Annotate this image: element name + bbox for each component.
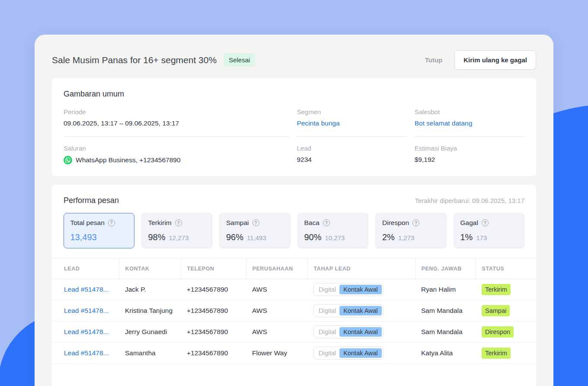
lead-stage-group: DigitalKontak Awal	[313, 283, 383, 296]
cell-status: Terkirim	[476, 279, 536, 300]
status-badge: Selesai	[224, 53, 255, 67]
cell-lead: Lead #51478...	[52, 322, 119, 343]
column-header-perusahaan: PERUSAHAAN	[246, 258, 307, 279]
cell-telepon: +1234567890	[181, 300, 246, 322]
pipeline-label: Digital	[315, 285, 339, 294]
leads-table: LEADKONTAKTELEPONPERUSAHAANTAHAP LEADPEN…	[52, 258, 536, 364]
cell-perusahaan: Flower Way	[246, 343, 307, 364]
help-icon[interactable]: ?	[108, 219, 115, 226]
table-row: Lead #51478...Samantha+1234567890Flower …	[52, 343, 536, 364]
tile-value-row: 1%173	[460, 232, 518, 242]
field-value-salesbot[interactable]: Bot selamat datang	[415, 119, 524, 127]
field-value-text: WhatsApp Business, +1234567890	[76, 156, 181, 164]
lead-link[interactable]: Lead #51478...	[64, 307, 109, 314]
cell-status: Sampai	[476, 300, 536, 322]
field-value-text: 9234	[297, 156, 311, 164]
stage-chip: Kontak Awal	[339, 285, 382, 294]
tile-value: 13,493	[70, 232, 97, 242]
tile-value-row: 96%11,493	[226, 232, 284, 242]
help-icon[interactable]: ?	[175, 219, 182, 226]
cell-peng-jawab: Katya Alita	[415, 343, 476, 364]
tile-value-row: 13,493	[70, 232, 128, 242]
last-updated-text: Terakhir diperbarui: 09.06.2025, 13:17	[415, 197, 524, 204]
tile-percent: 1%	[460, 232, 473, 242]
stat-tile-terkirim[interactable]: Terkirim?98%12,273	[141, 213, 213, 248]
lead-link[interactable]: Lead #51478...	[64, 349, 109, 357]
column-header-telepon: TELEPON	[181, 258, 246, 279]
help-icon[interactable]: ?	[412, 219, 419, 226]
overview-field-salesbot: SalesbotBot selamat datang	[415, 100, 524, 137]
page-title: Sale Musim Panas for 16+ segment 30%	[52, 55, 217, 65]
field-value-segmen[interactable]: Pecinta bunga	[297, 119, 407, 127]
tile-label: Sampai	[226, 219, 249, 227]
help-icon[interactable]: ?	[323, 219, 330, 226]
table-row: Lead #51478...Jerry Gunaedi+1234567890AW…	[52, 322, 536, 343]
column-header-status: STATUS	[476, 258, 536, 279]
overview-field-periode: Periode09.06.2025, 13:17 – 09.06.2025, 1…	[64, 100, 290, 137]
field-label-periode: Periode	[64, 108, 290, 116]
field-label-saluran: Saluran	[64, 145, 290, 152]
stat-tiles: Total pesan?13,493Terkirim?98%12,273Samp…	[64, 213, 524, 248]
tile-label-row: Gagal?	[460, 219, 518, 227]
whatsapp-icon	[64, 156, 72, 164]
tile-value-row: 90%10,273	[304, 232, 362, 242]
lead-stage-group: DigitalKontak Awal	[313, 325, 383, 338]
field-value-estimasi-biaya: $9,192	[415, 156, 524, 164]
tile-percent: 2%	[382, 232, 395, 242]
status-chip-terkirim: Terkirim	[482, 284, 511, 295]
cell-perusahaan: AWS	[246, 300, 307, 322]
campaign-report-panel: Sale Musim Panas for 16+ segment 30% Sel…	[35, 35, 553, 386]
tile-count: 12,273	[169, 234, 189, 241]
tile-label: Baca	[304, 219, 320, 227]
pipeline-label: Digital	[315, 348, 339, 358]
close-link[interactable]: Tutup	[425, 56, 443, 64]
performance-title: Performa pesan	[64, 196, 119, 205]
field-label-salesbot: Salesbot	[415, 108, 524, 116]
stat-tile-direspon[interactable]: Direspon?2%1,273	[375, 213, 447, 248]
lead-link[interactable]: Lead #51478...	[64, 328, 109, 335]
stat-tile-sampai[interactable]: Sampai?96%11,493	[219, 213, 291, 248]
field-value-text: Bot selamat datang	[415, 119, 473, 127]
column-header-peng-jawab: PENG. JAWAB	[415, 258, 476, 279]
cell-kontak: Kristina Tanjung	[119, 300, 181, 322]
tile-label-row: Terkirim?	[148, 219, 206, 227]
cell-lead: Lead #51478...	[52, 300, 119, 322]
cell-telepon: +1234567890	[181, 343, 246, 364]
tile-count: 11,493	[247, 234, 266, 241]
tile-label: Direspon	[382, 219, 409, 227]
cell-telepon: +1234567890	[181, 279, 246, 300]
tile-percent: 98%	[148, 232, 166, 242]
tile-value-row: 2%1,273	[382, 232, 440, 242]
resend-to-failed-button[interactable]: Kirim ulang ke gagal	[454, 50, 536, 70]
lead-link[interactable]: Lead #51478...	[64, 286, 109, 293]
field-label-segmen: Segmen	[297, 108, 407, 116]
help-icon[interactable]: ?	[252, 219, 259, 226]
cell-tahap-lead: DigitalKontak Awal	[307, 343, 415, 364]
tile-label-row: Sampai?	[226, 219, 284, 227]
tile-count: 173	[476, 234, 487, 241]
stat-tile-gagal[interactable]: Gagal?1%173	[454, 213, 525, 248]
pipeline-label: Digital	[315, 327, 339, 337]
cell-perusahaan: AWS	[246, 279, 307, 300]
table-row: Lead #51478...Kristina Tanjung+123456789…	[52, 300, 536, 322]
tile-label: Total pesan	[70, 219, 105, 227]
field-label-estimasi-biaya: Estimasi Biaya	[415, 145, 524, 152]
tile-value-row: 98%12,273	[148, 232, 206, 242]
stat-tile-baca[interactable]: Baca?90%10,273	[297, 213, 369, 248]
status-chip-terkirim: Terkirim	[482, 347, 511, 359]
cell-kontak: Jerry Gunaedi	[119, 322, 181, 343]
table-row: Lead #51478...Jack P.+1234567890AWSDigit…	[52, 279, 536, 300]
column-header-kontak: KONTAK	[119, 258, 181, 279]
leads-table-header-row: LEADKONTAKTELEPONPERUSAHAANTAHAP LEADPEN…	[52, 258, 536, 279]
stat-tile-total-pesan[interactable]: Total pesan?13,493	[64, 213, 134, 248]
overview-field-segmen: SegmenPecinta bunga	[297, 100, 407, 137]
cell-tahap-lead: DigitalKontak Awal	[307, 300, 415, 322]
performance-card: Performa pesan Terakhir diperbarui: 09.0…	[52, 185, 536, 386]
overview-field-lead: Lead9234	[297, 137, 407, 174]
overview-field-saluran: SaluranWhatsApp Business, +1234567890	[64, 137, 290, 174]
cell-perusahaan: AWS	[246, 322, 307, 343]
cell-telepon: +1234567890	[181, 322, 246, 343]
cell-peng-jawab: Sam Mandala	[415, 322, 476, 343]
leads-table-head: LEADKONTAKTELEPONPERUSAHAANTAHAP LEADPEN…	[52, 258, 536, 279]
help-icon[interactable]: ?	[482, 219, 489, 226]
